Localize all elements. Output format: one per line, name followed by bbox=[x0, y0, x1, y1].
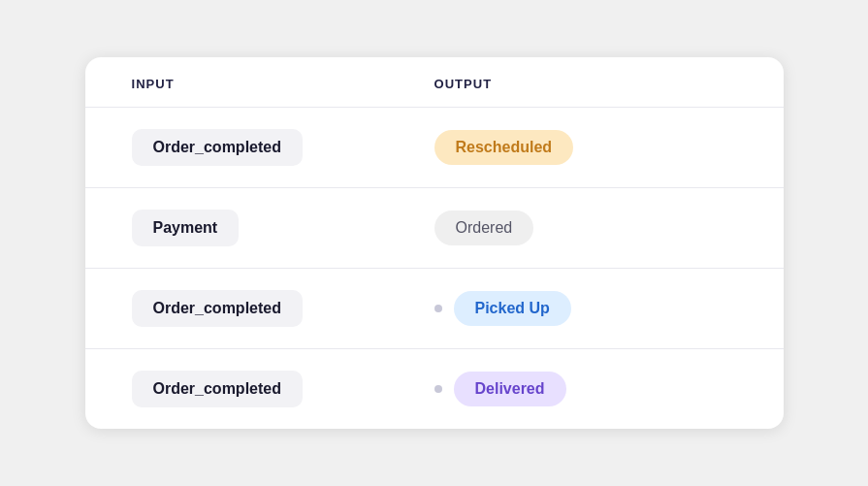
input-cell: Payment bbox=[132, 210, 434, 246]
table-row: PaymentOrdered bbox=[85, 188, 784, 269]
input-cell: Order_completed bbox=[132, 371, 434, 407]
table-row: Order_completedDelivered bbox=[85, 349, 784, 429]
rows-container: Order_completedRescheduledPaymentOrdered… bbox=[85, 108, 784, 429]
output-value: Ordered bbox=[434, 211, 534, 245]
output-cell: Picked Up bbox=[434, 291, 737, 326]
output-value: Picked Up bbox=[454, 291, 571, 326]
connector-dot-icon bbox=[434, 305, 442, 312]
table-row: Order_completedRescheduled bbox=[85, 108, 784, 188]
connector-dot-icon bbox=[434, 385, 442, 393]
input-value: Order_completed bbox=[132, 129, 303, 166]
table-row: Order_completedPicked Up bbox=[85, 269, 784, 349]
output-value: Delivered bbox=[454, 372, 566, 406]
input-value: Order_completed bbox=[132, 290, 303, 327]
output-header-label: OUTPUT bbox=[434, 77, 737, 91]
input-value: Payment bbox=[132, 210, 240, 246]
input-cell: Order_completed bbox=[132, 129, 434, 166]
output-value: Rescheduled bbox=[434, 130, 574, 165]
main-card: INPUT OUTPUT Order_completedRescheduledP… bbox=[85, 57, 784, 429]
input-cell: Order_completed bbox=[132, 290, 434, 327]
output-cell: Ordered bbox=[434, 211, 737, 245]
input-value: Order_completed bbox=[132, 371, 303, 407]
table-header: INPUT OUTPUT bbox=[85, 57, 784, 108]
output-cell: Rescheduled bbox=[434, 130, 737, 165]
output-cell: Delivered bbox=[434, 372, 737, 406]
input-header-label: INPUT bbox=[132, 77, 434, 91]
